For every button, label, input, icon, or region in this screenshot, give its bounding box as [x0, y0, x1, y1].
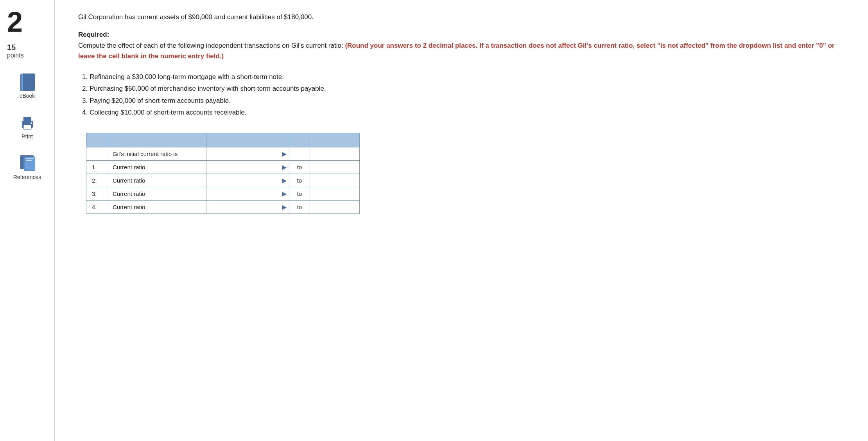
row3-num: 3. [86, 187, 107, 200]
row4-input-cell[interactable] [310, 200, 359, 213]
svg-rect-0 [22, 74, 35, 91]
transactions-list: 1. Refinancing a $30,000 long-term mortg… [78, 71, 845, 119]
ebook-label: eBook [20, 93, 35, 99]
initial-row: Gil's initial current ratio is decreased… [86, 147, 360, 160]
required-label: Required: [78, 31, 845, 39]
transaction-4: 4. Collecting $10,000 of short-term acco… [82, 107, 845, 119]
row2-dropdown[interactable]: decreased increased is not affected [212, 177, 283, 184]
svg-rect-11 [26, 160, 32, 161]
ratio-table: Gil's initial current ratio is decreased… [86, 133, 360, 214]
sidebar-item-ebook[interactable]: eBook [0, 71, 54, 102]
col-header-1 [86, 133, 107, 147]
row2-num: 2. [86, 174, 107, 187]
initial-label: Gil's initial current ratio is [113, 151, 178, 157]
svg-rect-4 [23, 117, 31, 122]
initial-dropdown[interactable]: decreased increased is not affected [212, 151, 283, 157]
transaction-1: 1. Refinancing a $30,000 long-term mortg… [82, 71, 845, 83]
row2-dropdown-cell[interactable]: decreased increased is not affected ▶ [206, 174, 289, 187]
print-icon [19, 115, 36, 132]
row1-dropdown-cell[interactable]: decreased increased is not affected ▶ [206, 160, 289, 174]
row4-input[interactable] [316, 204, 354, 210]
svg-rect-10 [26, 158, 34, 159]
table-header-row [86, 133, 360, 147]
sidebar: 2 15 points eBook Pri [0, 0, 55, 441]
col-header-4 [289, 133, 310, 147]
initial-label-cell: Gil's initial current ratio is [107, 147, 206, 160]
row1-num: 1. [86, 160, 107, 174]
points-value: 15 [0, 43, 16, 52]
col-header-3 [206, 133, 289, 147]
initial-input-cell[interactable] [310, 147, 359, 160]
row4-dropdown[interactable]: decreased increased is not affected [212, 204, 283, 210]
initial-ratio-input[interactable] [316, 151, 354, 157]
row2-input-cell[interactable] [310, 174, 359, 187]
table-row-2: 2. Current ratio decreased increased is … [86, 174, 360, 187]
row3-dropdown[interactable]: decreased increased is not affected [212, 190, 283, 197]
transaction-3: 3. Paying $20,000 of short-term accounts… [82, 95, 845, 107]
row1-dropdown[interactable]: decreased increased is not affected [212, 164, 283, 170]
row3-input-cell[interactable] [310, 187, 359, 200]
intro-text: Gil Corporation has current assets of $9… [78, 12, 845, 22]
table-row-4: 4. Current ratio decreased increased is … [86, 200, 360, 213]
row4-num: 4. [86, 200, 107, 213]
col-header-5 [310, 133, 359, 147]
ebook-icon [19, 74, 36, 91]
row4-label: Current ratio [107, 200, 206, 213]
main-content: Gil Corporation has current assets of $9… [55, 0, 868, 441]
row2-label: Current ratio [107, 174, 206, 187]
instruction-text: Compute the effect of each of the follow… [78, 40, 845, 61]
row3-to: to [289, 187, 310, 200]
references-label: References [13, 174, 41, 180]
col-header-2 [107, 133, 206, 147]
initial-dropdown-cell[interactable]: decreased increased is not affected ▶ [206, 147, 289, 160]
instruction-normal: Compute the effect of each of the follow… [78, 42, 345, 49]
row1-input-cell[interactable] [310, 160, 359, 174]
row1-to: to [289, 160, 310, 174]
row3-dropdown-cell[interactable]: decreased increased is not affected ▶ [206, 187, 289, 200]
table-row-3: 3. Current ratio decreased increased is … [86, 187, 360, 200]
sidebar-item-print[interactable]: Print [0, 111, 54, 143]
references-icon [19, 155, 36, 172]
row2-to: to [289, 174, 310, 187]
svg-rect-5 [23, 125, 31, 129]
instruction-block: Required: Compute the effect of each of … [78, 31, 845, 61]
svg-point-6 [30, 122, 32, 124]
row4-to: to [289, 200, 310, 213]
initial-to-cell [289, 147, 310, 160]
row3-label: Current ratio [107, 187, 206, 200]
row2-input[interactable] [316, 177, 354, 184]
row3-input[interactable] [316, 190, 354, 197]
sidebar-item-references[interactable]: References [0, 152, 54, 183]
row1-label: Current ratio [107, 160, 206, 174]
points-label: points [0, 52, 24, 59]
question-number: 2 [0, 8, 23, 36]
row1-input[interactable] [316, 164, 354, 170]
transaction-2: 2. Purchasing $50,000 of merchandise inv… [82, 83, 845, 95]
table-row-1: 1. Current ratio decreased increased is … [86, 160, 360, 174]
svg-rect-2 [22, 74, 23, 91]
row4-dropdown-cell[interactable]: decreased increased is not affected ▶ [206, 200, 289, 213]
initial-num-cell [86, 147, 107, 160]
print-label: Print [22, 133, 33, 140]
